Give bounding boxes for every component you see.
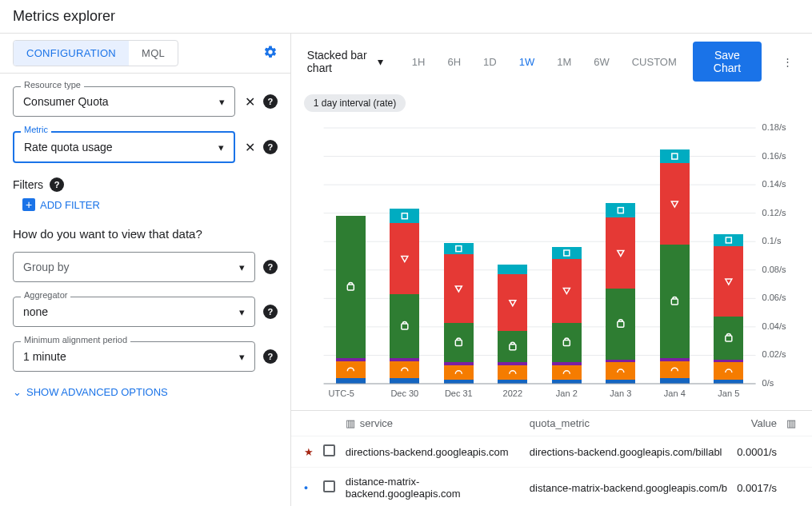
show-advanced-button[interactable]: ⌄ SHOW ADVANCED OPTIONS — [13, 386, 278, 398]
chart-panel: Stacked bar chart ▾ 1H6H1D1W1M6WCUSTOM S… — [291, 34, 812, 506]
help-metric-icon[interactable]: ? — [263, 140, 278, 154]
bar-segment[interactable] — [336, 378, 366, 384]
bar-segment[interactable] — [552, 323, 582, 363]
bar-segment[interactable] — [606, 217, 635, 289]
series-marker-icon: ● — [304, 484, 323, 492]
bar-segment[interactable] — [498, 380, 527, 384]
bar-segment[interactable] — [660, 163, 690, 244]
y-tick-label: 0.14/s — [762, 179, 786, 189]
bar-segment[interactable] — [498, 365, 527, 380]
columns-icon: ▥ — [346, 417, 355, 429]
bar-segment[interactable] — [444, 254, 474, 322]
bar-segment[interactable] — [660, 358, 690, 361]
y-tick-label: 0.02/s — [762, 349, 786, 359]
filters-label: Filters — [13, 178, 43, 191]
bar-segment[interactable] — [444, 362, 474, 365]
bar-segment[interactable] — [390, 358, 419, 361]
config-panel: CONFIGURATION MQL Resource type Consumer… — [0, 34, 291, 506]
bar-segment[interactable] — [552, 380, 582, 384]
time-range-6h[interactable]: 6H — [438, 51, 470, 73]
add-filter-button[interactable]: + ADD FILTER — [22, 198, 278, 211]
bar-segment[interactable] — [606, 360, 635, 363]
help-filters-icon[interactable]: ? — [50, 177, 64, 192]
gear-icon[interactable] — [263, 45, 278, 62]
resource-type-select[interactable]: Consumer Quota ▾ — [13, 86, 235, 117]
bar-segment[interactable] — [714, 380, 743, 384]
bar-segment[interactable] — [390, 223, 419, 294]
bar-segment[interactable] — [714, 246, 743, 317]
bar-segment[interactable] — [498, 265, 527, 274]
legend-service: directions-backend.googleapis.com — [346, 446, 530, 458]
bar-segment[interactable] — [552, 247, 582, 258]
bar-segment[interactable] — [390, 209, 419, 223]
group-by-placeholder: Group by — [23, 261, 233, 273]
time-range-1m[interactable]: 1M — [547, 51, 581, 73]
chart-type-select[interactable]: Stacked bar chart ▾ — [304, 44, 386, 79]
bar-segment[interactable] — [552, 365, 582, 380]
tab-mql[interactable]: MQL — [129, 41, 178, 66]
save-chart-button[interactable]: Save Chart — [693, 42, 762, 82]
time-range-6w[interactable]: 6W — [584, 51, 619, 73]
metric-select[interactable]: Rate quota usage ▾ — [13, 131, 235, 163]
bar-segment[interactable] — [660, 149, 690, 164]
plus-icon: + — [22, 198, 35, 211]
bar-segment[interactable] — [660, 378, 690, 384]
chevron-down-icon: ▾ — [218, 141, 224, 153]
metric-value: Rate quota usage — [24, 141, 212, 153]
y-tick-label: 0.1/s — [762, 236, 781, 245]
bar-segment[interactable] — [390, 378, 419, 384]
clear-metric-icon[interactable]: ✕ — [245, 140, 255, 155]
bar-segment[interactable] — [660, 245, 690, 358]
bar-segment[interactable] — [606, 362, 635, 379]
config-tabs: CONFIGURATION MQL — [13, 40, 178, 66]
bar-segment[interactable] — [336, 358, 366, 361]
bar-segment[interactable] — [444, 323, 474, 363]
group-by-select[interactable]: Group by ▾ — [13, 252, 255, 282]
min-align-select[interactable]: 1 minute ▾ — [13, 341, 255, 372]
bar-segment[interactable] — [498, 362, 527, 365]
time-range-custom[interactable]: CUSTOM — [622, 51, 686, 73]
help-resource-type-icon[interactable]: ? — [263, 94, 278, 109]
bar-segment[interactable] — [714, 317, 743, 359]
legend-row[interactable]: ●distance-matrix-backend.googleapis.comd… — [291, 468, 812, 506]
bar-segment[interactable] — [444, 243, 474, 254]
series-checkbox[interactable] — [323, 480, 335, 492]
time-range-1w[interactable]: 1W — [510, 51, 545, 73]
bar-segment[interactable] — [552, 259, 582, 323]
bar-segment[interactable] — [606, 289, 635, 360]
bar-segment[interactable] — [606, 203, 635, 217]
bar-segment[interactable] — [714, 362, 743, 379]
legend-row[interactable]: ★directions-backend.googleapis.comdirect… — [291, 436, 812, 468]
bar-segment[interactable] — [444, 365, 474, 380]
bar-segment[interactable] — [390, 294, 419, 358]
legend-header-service: service — [360, 417, 393, 429]
legend-header-quota: quota_metric — [530, 417, 727, 429]
bar-segment[interactable] — [336, 361, 366, 378]
more-menu-icon[interactable]: ⋮ — [776, 53, 799, 71]
time-range-1d[interactable]: 1D — [474, 51, 506, 73]
chevron-down-icon: ▾ — [378, 55, 383, 68]
bar-segment[interactable] — [552, 362, 582, 365]
bar-segment[interactable] — [498, 331, 527, 362]
x-tick-label: Jan 4 — [664, 388, 686, 398]
bar-segment[interactable] — [444, 380, 474, 384]
bar-segment[interactable] — [660, 361, 690, 378]
bar-segment[interactable] — [336, 216, 366, 358]
bar-segment[interactable] — [498, 274, 527, 331]
bar-segment[interactable] — [714, 234, 743, 245]
resource-type-label: Resource type — [21, 80, 84, 90]
help-groupby-icon[interactable]: ? — [263, 260, 278, 274]
series-checkbox[interactable] — [323, 444, 335, 456]
bar-segment[interactable] — [606, 380, 635, 384]
help-aggregator-icon[interactable]: ? — [263, 305, 278, 319]
tab-configuration[interactable]: CONFIGURATION — [14, 41, 129, 66]
bar-segment[interactable] — [390, 361, 419, 378]
time-range-1h[interactable]: 1H — [402, 51, 435, 73]
aggregator-select[interactable]: none ▾ — [13, 297, 255, 327]
metric-label: Metric — [21, 125, 51, 134]
clear-resource-type-icon[interactable]: ✕ — [245, 94, 255, 110]
bar-segment[interactable] — [714, 360, 743, 363]
legend-value: 0.0017/s — [727, 482, 783, 494]
column-picker-icon[interactable]: ▥ — [783, 417, 799, 429]
help-min-align-icon[interactable]: ? — [263, 349, 278, 364]
